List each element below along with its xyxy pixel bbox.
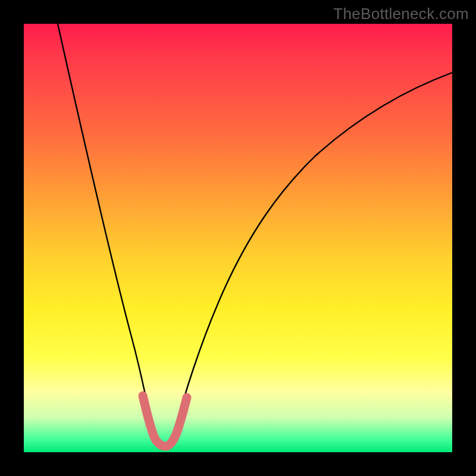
watermark-text: TheBottleneck.com: [333, 5, 469, 23]
chart-frame: [24, 24, 452, 452]
bottleneck-curve: [58, 24, 452, 443]
highlight-segment: [143, 396, 187, 446]
bottleneck-curve-svg: [24, 24, 452, 452]
